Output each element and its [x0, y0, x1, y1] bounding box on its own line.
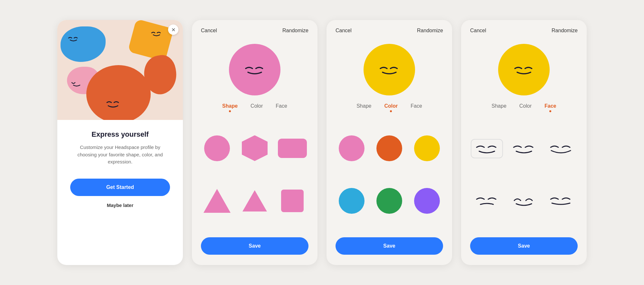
shape-option-hexagon[interactable]	[242, 135, 268, 161]
blob-orange-top	[128, 20, 174, 62]
shape-save-section: Save	[192, 232, 317, 265]
close-button[interactable]: ✕	[168, 25, 178, 35]
intro-card: ✕ Express yourself Customize your Headsp…	[57, 20, 183, 265]
color-options-grid	[327, 117, 452, 232]
face-option-5[interactable]	[508, 191, 540, 210]
color-option-orange[interactable]	[376, 135, 402, 161]
shape-options-grid	[192, 117, 317, 232]
intro-description: Customize your Headspace profile by choo…	[70, 144, 170, 166]
avatar-circle-face	[498, 44, 550, 95]
get-started-button[interactable]: Get Started	[70, 179, 170, 196]
shape-customizer-card: Cancel Randomize Shape Color Face	[192, 20, 317, 265]
face-blue	[67, 35, 80, 42]
illustration: ✕	[57, 20, 183, 120]
face-tabs: Shape Color Face	[461, 103, 587, 117]
color-header: Cancel Randomize	[327, 20, 452, 34]
color-customizer-card: Cancel Randomize Shape Color Face	[327, 20, 452, 265]
color-option-blue[interactable]	[339, 188, 365, 214]
color-option-yellow[interactable]	[414, 135, 440, 161]
avatar-preview-face	[461, 34, 587, 103]
save-button-face[interactable]: Save	[470, 237, 578, 255]
tab-dot-face	[549, 110, 551, 112]
tab-face-shape[interactable]: Shape	[492, 103, 507, 114]
avatar-circle-shape	[229, 44, 280, 95]
randomize-button-color[interactable]: Randomize	[417, 28, 443, 34]
tab-color-shape[interactable]: Shape	[356, 103, 371, 114]
cancel-button-shape[interactable]: Cancel	[201, 28, 217, 34]
face-options-grid	[461, 117, 587, 232]
color-tabs: Shape Color Face	[327, 103, 452, 117]
face-customizer-card: Cancel Randomize Shape Color Face	[461, 20, 587, 265]
color-option-pink[interactable]	[339, 135, 365, 161]
face-option-2[interactable]	[508, 139, 540, 158]
face-pink	[70, 81, 83, 87]
face-orange-large	[105, 99, 121, 108]
avatar-circle-color	[364, 44, 415, 95]
avatar-preview-shape	[192, 34, 317, 103]
cancel-button-color[interactable]: Cancel	[336, 28, 352, 34]
avatar-preview-color	[327, 34, 452, 103]
tab-dot-shape	[229, 110, 231, 112]
shape-option-triangle-up[interactable]	[204, 189, 231, 213]
tab-face-face[interactable]: Face	[545, 103, 556, 114]
randomize-button-face[interactable]: Randomize	[552, 28, 578, 34]
maybe-later-button[interactable]: Maybe later	[107, 202, 134, 208]
cancel-button-face[interactable]: Cancel	[470, 28, 486, 34]
shape-option-rect[interactable]	[278, 139, 307, 158]
face-option-6[interactable]	[545, 191, 577, 210]
face-save-section: Save	[461, 232, 587, 265]
blob-blue	[61, 26, 106, 62]
tab-shape-shape[interactable]: Shape	[222, 103, 238, 114]
color-option-purple[interactable]	[414, 188, 440, 214]
save-button-color[interactable]: Save	[336, 237, 443, 255]
tab-dot-color	[390, 110, 392, 112]
intro-title: Express yourself	[91, 130, 148, 139]
face-option-1[interactable]	[471, 139, 503, 158]
face-header: Cancel Randomize	[461, 20, 587, 34]
intro-content: Express yourself Customize your Headspac…	[57, 120, 183, 265]
shape-option-circle[interactable]	[204, 135, 230, 161]
tab-shape-color[interactable]: Color	[251, 103, 263, 114]
face-option-3[interactable]	[545, 139, 577, 158]
blob-orange-large	[86, 65, 151, 120]
shape-tabs: Shape Color Face	[192, 103, 317, 117]
tab-color-color[interactable]: Color	[384, 103, 398, 114]
screens-container: ✕ Express yourself Customize your Headsp…	[44, 7, 600, 278]
tab-shape-face[interactable]: Face	[276, 103, 287, 114]
shape-option-triangle-small[interactable]	[242, 190, 267, 211]
randomize-button-shape[interactable]: Randomize	[282, 28, 308, 34]
color-save-section: Save	[327, 232, 452, 265]
color-option-green[interactable]	[376, 188, 402, 214]
shape-header: Cancel Randomize	[192, 20, 317, 34]
face-option-4[interactable]	[471, 191, 503, 210]
tab-color-face[interactable]: Face	[411, 103, 422, 114]
save-button-shape[interactable]: Save	[201, 237, 308, 255]
tab-face-color[interactable]: Color	[519, 103, 532, 114]
shape-option-square[interactable]	[281, 190, 304, 212]
face-orange-top	[150, 30, 163, 37]
